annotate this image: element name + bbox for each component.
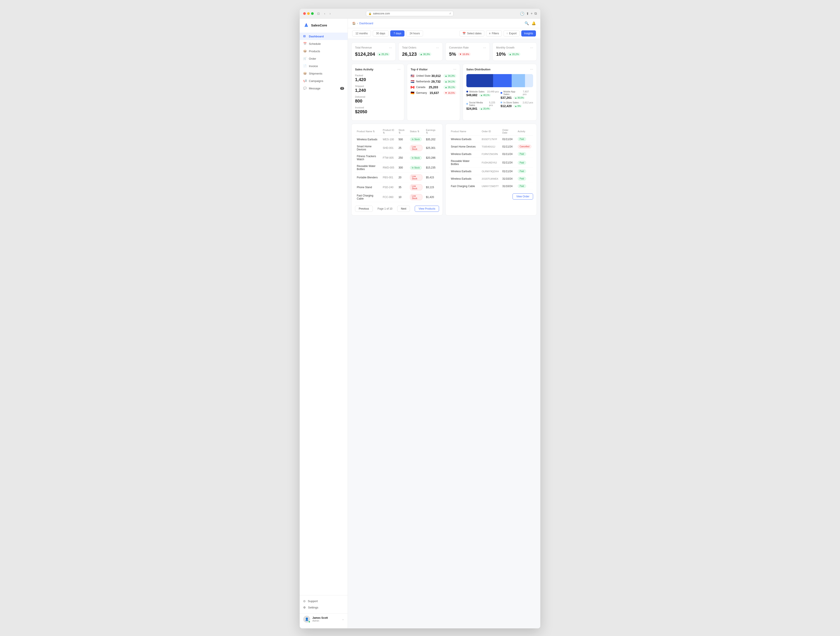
support-icon: ⊙: [303, 600, 306, 603]
view-products-btn[interactable]: View Products: [415, 206, 439, 212]
dist-pieces-website: 10,449 pcs: [487, 90, 499, 93]
sidebar-item-schedule[interactable]: 📅 Schedule: [300, 40, 347, 47]
previous-btn[interactable]: Previous: [355, 206, 373, 212]
forward-btn[interactable]: ›: [329, 11, 332, 16]
visitor-ca-value: 25,203: [429, 85, 438, 89]
new-tab-icon[interactable]: +: [531, 12, 533, 16]
nav-label-dashboard: Dashboard: [309, 35, 324, 38]
col-product-id: Product ID ⇅: [381, 128, 397, 136]
user-profile[interactable]: 👤 James Scott Admin ⌄: [300, 613, 347, 625]
visitor-ca-badge: ▲ 26,1%: [444, 85, 456, 89]
table-row: Reusable Water Bottles FUDHJ6DY6J 01/11/…: [449, 158, 533, 168]
nav-label-campaigns: Campaigns: [309, 79, 323, 83]
filter-12months-btn[interactable]: 12 months: [352, 30, 371, 36]
sales-distribution-card: Sales Distribution ⋯: [463, 64, 537, 121]
tabs-icon[interactable]: ⧉: [534, 12, 537, 16]
col-stock: Stock ⇅: [397, 128, 408, 136]
tl-green[interactable]: [311, 12, 314, 15]
stat-title-revenue: Total Revenue: [355, 46, 372, 49]
order-id-cell: F1RN7ZW1RN: [480, 150, 501, 158]
table-row: Wireless Earbuds 2O2DTLWWEK 31/10/24 Pai…: [449, 175, 533, 183]
flag-de: 🇩🇪: [411, 91, 414, 94]
nav-label-products: Products: [309, 50, 320, 53]
product-stock-cell: 20: [397, 173, 408, 183]
stat-menu-conversion[interactable]: ⋯: [483, 46, 486, 50]
next-btn[interactable]: Next: [397, 206, 410, 212]
reload-icon[interactable]: ↺: [449, 12, 451, 15]
order-date-cell: 31/10/24: [501, 183, 516, 190]
filter-30days-btn[interactable]: 30 days: [373, 30, 388, 36]
stat-menu-orders[interactable]: ⋯: [436, 46, 439, 50]
url-bar[interactable]: 🔒 salescore.com ↺: [366, 11, 453, 16]
sidebar-item-message[interactable]: 💬 Message 8: [300, 85, 347, 92]
nav-icon-campaigns: 📢: [303, 79, 307, 83]
select-dates-btn[interactable]: 📅 Select dates: [459, 30, 484, 36]
dist-value-social: $24,841: [466, 107, 477, 110]
table-row: Smart Home Devices SHD-001 25 Low Stock …: [355, 143, 439, 153]
product-stock-cell: 250: [397, 153, 408, 163]
product-id-cell: RWD-005: [381, 163, 397, 173]
stat-menu-growth[interactable]: ⋯: [530, 46, 533, 50]
breadcrumb-separator: ›: [357, 22, 358, 25]
activity-shipped-label: Shipped: [355, 85, 401, 87]
nav-label-schedule: Schedule: [309, 42, 321, 46]
product-name-cell: Portable Blenders: [355, 173, 381, 183]
sales-activity-card: Sales Activity ⋯ Packed 1,420 Shipped 1,…: [351, 64, 404, 121]
product-status-cell: In Stock: [408, 153, 425, 163]
search-btn[interactable]: 🔍: [524, 21, 529, 25]
product-earnings-cell: $3,115: [424, 183, 439, 192]
top-visitors-menu[interactable]: ⋯: [453, 68, 456, 71]
tl-yellow[interactable]: [307, 12, 310, 15]
dist-value-website: $49,682: [466, 93, 477, 97]
filter-icon: ≡: [489, 32, 490, 35]
product-earnings-cell: $1,420: [424, 192, 439, 202]
sales-activity-menu[interactable]: ⋯: [398, 68, 401, 71]
product-earnings-cell: $5,415: [424, 173, 439, 183]
stat-menu-revenue[interactable]: ⋯: [389, 46, 392, 50]
nav-icon-schedule: 📅: [303, 42, 307, 46]
user-chevron-icon: ⌄: [342, 618, 344, 621]
app-name: SalesCore: [311, 24, 327, 27]
sidebar-toggle-btn[interactable]: ⊡: [316, 11, 321, 16]
share-icon[interactable]: ⬆: [526, 12, 529, 16]
table-row: Fast Charging Cable FCC-060 10 Low Stock…: [355, 192, 439, 202]
lock-icon: 🔒: [368, 12, 372, 15]
table-row: Fast Charging Cable UWNY72WDTT 31/10/24 …: [449, 183, 533, 190]
filters-btn[interactable]: ≡ Filters: [486, 30, 502, 36]
order-status-cell: Paid: [516, 175, 533, 183]
export-btn[interactable]: ↑ Export: [504, 30, 519, 36]
home-icon[interactable]: 🏠: [352, 22, 356, 25]
dashboard-toolbar: 12 months 30 days 7 days 24 hours 📅 Sele…: [348, 28, 540, 39]
sidebar-item-dashboard[interactable]: ⊟ Dashboard: [300, 33, 347, 40]
order-date-cell: 01/11/24: [501, 135, 516, 143]
tl-red[interactable]: [303, 12, 306, 15]
order-product-name-cell: Wireless Earbuds: [449, 150, 480, 158]
filter-7days-btn[interactable]: 7 days: [390, 30, 404, 36]
view-order-btn[interactable]: View Order: [513, 194, 533, 200]
sidebar-item-campaigns[interactable]: 📢 Campaigns: [300, 77, 347, 85]
sidebar-item-shipments[interactable]: 📦 Shipments: [300, 70, 347, 77]
filter-24hours-btn[interactable]: 24 hours: [406, 30, 423, 36]
visitor-us: 🇺🇸 United State 30,012 ▲ 34,3%: [411, 74, 456, 77]
insights-btn[interactable]: Insights: [521, 30, 536, 36]
table-row: Smart Home Devices TS6540I1GJ 01/11/24 C…: [449, 143, 533, 150]
history-icon[interactable]: 🕐: [520, 12, 524, 16]
order-product-name-cell: Wireless Earbuds: [449, 135, 480, 143]
col-earnings: Earnings ⇅: [424, 128, 439, 136]
sidebar-item-products[interactable]: 📦 Products: [300, 47, 347, 55]
sidebar-item-order[interactable]: 🛒 Order: [300, 55, 347, 62]
stat-title-growth: Monthly Growth: [496, 46, 515, 49]
top-header: 🏠 › Dashboard 🔍 🔔: [348, 19, 540, 28]
visitor-nl-name: Netherlands: [416, 80, 430, 83]
visitor-nl: 🇳🇱 Netherlands 29,732 ▲ 34,1%: [411, 80, 456, 83]
sales-dist-menu[interactable]: ⋯: [530, 68, 533, 71]
nav-icon-invoice: 📄: [303, 64, 307, 68]
back-btn[interactable]: ‹: [323, 11, 326, 16]
support-item[interactable]: ⊙ Support: [303, 598, 344, 604]
bell-btn[interactable]: 🔔: [532, 21, 536, 25]
dist-dot-website: [466, 91, 468, 93]
sidebar-item-invoice[interactable]: 📄 Invoice: [300, 62, 347, 70]
stat-card-conversion: Conversion Rate ⋯ 5% ▼ 16.6%: [445, 43, 490, 61]
activity-shipped-value: 1,240: [355, 88, 401, 93]
settings-item[interactable]: ⚙ Settings: [303, 604, 344, 611]
